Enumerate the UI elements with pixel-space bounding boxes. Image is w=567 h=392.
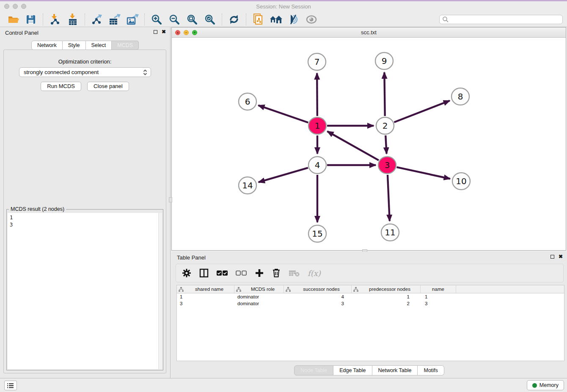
graph-edge-2-3[interactable] [385,135,386,154]
memory-button[interactable]: Memory [527,380,564,390]
column-header-shared-name[interactable]: shared name [177,285,234,293]
toolbar-separator [144,14,145,25]
clone-network-icon[interactable] [251,13,265,26]
close-table-panel-icon[interactable]: ✖ [559,254,563,259]
column-view-icon[interactable] [199,268,209,279]
cell-mcds_role[interactable]: dominator [234,293,284,300]
tab-node-table[interactable]: Node Table [294,365,333,375]
tab-network[interactable]: Network [31,41,63,50]
graph-edge-4-14[interactable] [259,168,308,182]
network-close-button[interactable]: x [175,30,180,35]
svg-text:14: 14 [242,180,253,190]
zoom-fit-icon[interactable] [185,13,199,26]
zoom-in-icon[interactable] [150,13,163,26]
open-file-icon[interactable] [6,13,20,26]
graph-edge-3-10[interactable] [396,167,450,179]
window-zoom-button[interactable] [21,4,26,9]
column-header-predecessor-nodes[interactable]: predecessor nodes [352,285,421,293]
graph-edge-3-1[interactable] [328,131,379,160]
zoom-selected-icon[interactable] [203,13,217,26]
graph-edge-2-8[interactable] [394,101,449,122]
export-network-icon[interactable] [90,13,104,26]
import-table-icon[interactable] [66,13,80,26]
node-table-header[interactable]: shared nameMCDS rolesuccessor nodesprede… [177,285,564,293]
graph-edge-1-6[interactable] [259,105,308,123]
float-table-panel-icon[interactable] [550,255,554,259]
graph-edge-1-7[interactable] [317,73,317,116]
column-header-MCDS-role[interactable]: MCDS role [234,285,284,293]
graph-node-1[interactable]: 1 [308,117,326,134]
mcds-tab-content: Optimization criterion: strongly connect… [3,50,166,373]
close-panel-button[interactable]: Close panel [87,82,129,91]
cell-predecessor_nodes[interactable]: 1 [352,293,421,300]
import-network-icon[interactable] [48,13,62,26]
hide-graphics-details-icon[interactable] [287,13,300,26]
graph-node-14[interactable]: 14 [239,177,256,194]
node-table[interactable]: shared nameMCDS rolesuccessor nodesprede… [176,285,564,361]
cell-name[interactable]: 1 [421,293,456,300]
vertical-splitter-handle[interactable] [169,197,172,202]
network-window-title: scc.txt [172,28,566,38]
network-window-titlebar[interactable]: x − + scc.txt [172,28,566,38]
column-header-name[interactable]: name [421,285,456,293]
run-mcds-button[interactable]: Run MCDS [41,82,81,91]
graph-node-3[interactable]: 3 [378,157,396,174]
graph-edge-2-9[interactable] [384,72,385,116]
graph-node-8[interactable]: 8 [451,88,469,105]
criterion-dropdown[interactable]: strongly connected component [19,67,151,77]
graph-edge-3-11[interactable] [388,175,390,221]
refresh-icon[interactable] [227,13,241,26]
cell-name[interactable]: 3 [421,300,456,307]
result-scrollbar[interactable] [158,213,162,369]
float-panel-icon[interactable] [154,30,157,34]
graph-node-7[interactable]: 7 [308,53,326,70]
export-table-icon[interactable] [108,13,121,26]
graph-node-15[interactable]: 15 [308,225,326,242]
save-session-icon[interactable] [24,13,38,26]
tab-mcds[interactable]: MCDS [112,41,139,50]
first-neighbors-icon[interactable] [269,13,283,26]
graph-node-9[interactable]: 9 [375,52,393,69]
window-close-button[interactable] [4,4,9,9]
svg-text:4: 4 [315,160,320,170]
graph-node-6[interactable]: 6 [239,93,256,110]
zoom-out-icon[interactable] [168,13,181,26]
cell-predecessor_nodes[interactable]: 2 [352,300,421,307]
cell-mcds_role[interactable]: dominator [234,300,284,307]
graph-node-11[interactable]: 11 [381,224,399,241]
network-maximize-button[interactable]: + [192,30,197,35]
deselect-all-checkboxes-icon[interactable] [236,268,247,279]
function-builder-icon-disabled: f(x) [308,268,321,279]
search-input[interactable] [449,17,562,22]
graph-node-2[interactable]: 2 [376,117,394,134]
network-minimize-button[interactable]: − [184,30,189,35]
tab-select[interactable]: Select [86,41,112,50]
mcds-result-list[interactable]: 13 [8,213,162,369]
toolbar-separator [222,14,222,25]
graph-node-10[interactable]: 10 [452,173,470,190]
tab-style[interactable]: Style [63,41,86,50]
select-all-checkboxes-icon[interactable] [217,268,228,279]
export-image-icon[interactable] [126,13,139,26]
add-column-icon[interactable] [255,268,264,279]
table-row[interactable]: 1dominator411 [177,293,564,300]
cell-successor_nodes[interactable]: 4 [284,293,352,300]
close-panel-icon[interactable]: ✖ [162,29,166,34]
tab-edge-table[interactable]: Edge Table [333,365,372,375]
cell-successor_nodes[interactable]: 3 [284,300,352,307]
task-history-button[interactable] [4,381,17,390]
tab-motifs[interactable]: Motifs [418,365,444,375]
table-row[interactable]: 3dominator323 [177,300,564,307]
window-minimize-button[interactable] [13,4,18,9]
table-settings-icon[interactable] [182,268,191,279]
tab-network-table[interactable]: Network Table [372,365,418,375]
cell-shared_name[interactable]: 1 [177,293,234,300]
graph-node-4[interactable]: 4 [308,157,326,174]
network-canvas[interactable]: 7968124314101511 [172,38,566,250]
delete-column-icon[interactable] [272,268,281,279]
column-header-successor-nodes[interactable]: successor nodes [284,285,352,293]
search-field[interactable] [439,15,563,24]
network-view-window: x − + scc.txt 7968124314101511 [171,27,566,251]
cell-shared_name[interactable]: 3 [177,300,234,307]
node-table-body[interactable]: 1dominator4113dominator323 [177,293,564,307]
